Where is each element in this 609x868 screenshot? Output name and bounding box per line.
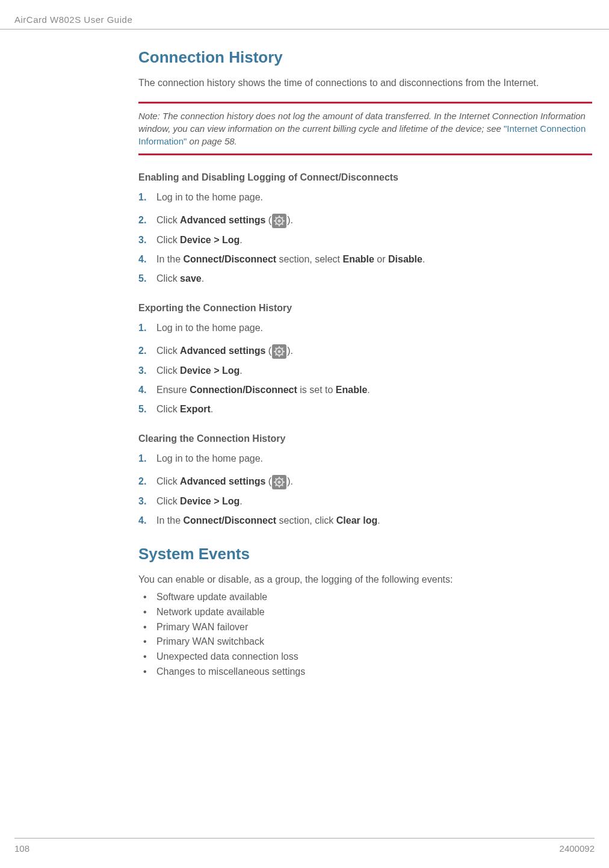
list-text: Unexpected data connection loss — [156, 651, 298, 662]
step-text: Click — [156, 346, 180, 356]
step-item: Click Export. — [138, 402, 592, 417]
ui-label-connect-disconnect: Connect/Disconnect — [183, 515, 276, 525]
list-item: Primary WAN switchback — [138, 634, 592, 649]
step-text: Click — [156, 215, 180, 225]
step-text: . — [377, 515, 380, 525]
ui-label-device-log: Device > Log — [180, 365, 240, 376]
step-text: . — [240, 365, 242, 376]
note-paragraph: Note: The connection history does not lo… — [138, 110, 592, 147]
system-events-intro: You can enable or disable, as a group, t… — [138, 573, 592, 586]
step-text: Click — [156, 273, 180, 284]
gear-icon — [272, 344, 286, 359]
step-text: ). — [287, 215, 293, 225]
list-item: Network update available — [138, 605, 592, 620]
step-text: . — [211, 404, 213, 414]
ui-label-export: Export — [180, 404, 211, 414]
step-item: Click Device > Log. — [138, 494, 592, 509]
note-rule-bottom — [138, 153, 592, 155]
step-text: Click — [156, 365, 180, 376]
step-text: Ensure — [156, 385, 190, 395]
step-text: ( — [265, 476, 271, 486]
step-text: ). — [287, 346, 293, 356]
list-item: Primary WAN failover — [138, 620, 592, 635]
step-item: Log in to the home page. — [138, 190, 592, 205]
step-item: Log in to the home page. — [138, 321, 592, 335]
ui-label-connection-disconnect: Connection/Disconnect — [190, 385, 297, 395]
step-text: . — [202, 273, 204, 284]
ui-label-advanced-settings: Advanced settings — [180, 215, 265, 225]
step-text: ). — [287, 476, 293, 486]
step-text: is set to — [297, 385, 336, 395]
ui-label-save: save — [180, 273, 202, 284]
list-text: Primary WAN failover — [156, 622, 248, 632]
header-rule — [0, 29, 609, 29]
step-text: . — [240, 496, 242, 506]
section-title-connection-history: Connection History — [138, 48, 592, 67]
list-item: Changes to miscellaneous settings — [138, 665, 592, 680]
list-text: Network update available — [156, 607, 265, 617]
list-item: Software update available — [138, 590, 592, 605]
steps-clearing: Log in to the home page. Click Advanced … — [138, 451, 592, 528]
step-text: or — [374, 254, 388, 264]
steps-exporting: Log in to the home page. Click Advanced … — [138, 321, 592, 417]
step-item: Click Advanced settings (). — [138, 474, 592, 489]
ui-label-advanced-settings: Advanced settings — [180, 346, 265, 356]
subhead-exporting: Exporting the Connection History — [138, 303, 592, 314]
step-item: Click Advanced settings (). — [138, 344, 592, 359]
list-text: Primary WAN switchback — [156, 636, 264, 646]
ui-label-connect-disconnect: Connect/Disconnect — [183, 254, 276, 264]
step-text: Click — [156, 496, 180, 506]
note-body-b: on page 58. — [187, 136, 236, 146]
ui-label-enable: Enable — [342, 254, 374, 264]
ui-label-device-log: Device > Log — [180, 496, 240, 506]
steps-enable-disable: Log in to the home page. Click Advanced … — [138, 190, 592, 286]
step-text: In the — [156, 254, 183, 264]
step-item: In the Connect/Disconnect section, selec… — [138, 252, 592, 267]
step-text: In the — [156, 515, 183, 525]
svg-point-13 — [278, 350, 281, 353]
ui-label-advanced-settings: Advanced settings — [180, 476, 265, 486]
step-text: . — [422, 254, 425, 264]
step-text: Log in to the home page. — [156, 453, 263, 463]
gear-icon — [272, 475, 286, 489]
step-item: Log in to the home page. — [138, 451, 592, 466]
step-text: section, click — [276, 515, 336, 525]
subhead-clearing: Clearing the Connection History — [138, 433, 592, 444]
list-item: Unexpected data connection loss — [138, 649, 592, 665]
step-text: . — [367, 385, 369, 395]
intro-paragraph: The connection history shows the time of… — [138, 76, 592, 90]
step-item: Click Device > Log. — [138, 233, 592, 247]
list-text: Software update available — [156, 592, 267, 602]
page-footer: 108 2400092 — [14, 838, 595, 854]
step-text: . — [240, 235, 242, 245]
step-text: section, select — [276, 254, 342, 264]
page-content: Connection History The connection histor… — [138, 48, 592, 680]
svg-point-2 — [278, 220, 281, 223]
footer-rule — [14, 838, 595, 839]
step-item: In the Connect/Disconnect section, click… — [138, 513, 592, 528]
step-text: Click — [156, 235, 180, 245]
step-text: Log in to the home page. — [156, 323, 263, 333]
note-prefix: Note: — [138, 111, 162, 121]
doc-header-title: AirCard W802S User Guide — [14, 14, 132, 25]
ui-label-disable: Disable — [388, 254, 422, 264]
page-number: 108 — [14, 843, 29, 854]
subhead-enable-disable: Enabling and Disabling Logging of Connec… — [138, 172, 592, 183]
list-text: Changes to miscellaneous settings — [156, 666, 305, 677]
section-title-system-events: System Events — [138, 545, 592, 563]
step-item: Ensure Connection/Disconnect is set to E… — [138, 383, 592, 397]
ui-label-enable: Enable — [336, 385, 367, 395]
step-text: Log in to the home page. — [156, 192, 263, 202]
step-text: Click — [156, 476, 180, 486]
step-item: Click save. — [138, 271, 592, 286]
step-text: Click — [156, 404, 180, 414]
gear-icon — [272, 214, 286, 228]
step-text: ( — [265, 346, 271, 356]
system-events-list: Software update available Network update… — [138, 590, 592, 680]
ui-label-device-log: Device > Log — [180, 235, 240, 245]
step-text: ( — [265, 215, 271, 225]
doc-number: 2400092 — [560, 843, 595, 854]
svg-point-24 — [278, 480, 281, 483]
step-item: Click Device > Log. — [138, 364, 592, 378]
ui-label-clear-log: Clear log — [336, 515, 377, 525]
